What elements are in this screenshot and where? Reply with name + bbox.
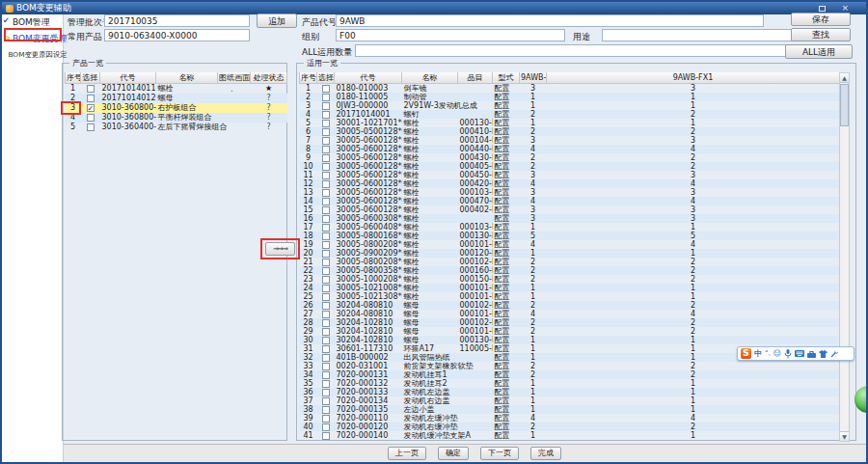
- row-checkbox[interactable]: [322, 198, 330, 205]
- row-checkbox[interactable]: [322, 259, 330, 266]
- emoji-icon[interactable]: ☺: [773, 348, 781, 359]
- product-code-input[interactable]: [336, 14, 764, 27]
- row-checkbox[interactable]: [322, 432, 330, 440]
- part-row[interactable]: 2930204-102810螺母000101-K配置22: [300, 327, 840, 336]
- toolbox-icon[interactable]: [807, 350, 816, 358]
- row-checkbox[interactable]: [322, 250, 330, 258]
- confirm-button[interactable]: 确定: [438, 447, 469, 460]
- row-checkbox[interactable]: [322, 102, 330, 110]
- part-row[interactable]: 2530005-1021308*0螺栓000101-K配置11: [300, 292, 840, 301]
- group-input[interactable]: [336, 29, 565, 41]
- part-row[interactable]: 367020-000133发动机左边盖配置11: [300, 388, 840, 396]
- product-row[interactable]: 3✓3010-360800-9001右护板组合?: [66, 103, 287, 113]
- part-row[interactable]: 3030204-102810螺母000130-K配置11: [300, 336, 840, 344]
- scroll-thumb[interactable]: [840, 84, 849, 126]
- floating-ball[interactable]: [854, 386, 868, 413]
- column-header[interactable]: 序号: [66, 72, 81, 84]
- row-checkbox[interactable]: [322, 345, 330, 353]
- row-checkbox[interactable]: [322, 120, 330, 127]
- row-checkbox[interactable]: [322, 94, 330, 101]
- product-row[interactable]: 43010-360800-9002平衡杆焊装组合?: [66, 113, 287, 123]
- part-row[interactable]: 530001-1021701*0螺栓000130-K配置11: [300, 119, 840, 127]
- part-row[interactable]: 1130005-0600128*0螺栓000450-K配置33: [300, 171, 840, 179]
- row-checkbox[interactable]: [322, 215, 330, 223]
- vertical-scrollbar[interactable]: ▲ ▼: [839, 72, 850, 442]
- product-row[interactable]: 120171014011螺栓、★: [66, 84, 287, 94]
- part-row[interactable]: 1230005-0600128*0螺栓000420-K配置44: [300, 179, 840, 188]
- part-row[interactable]: 30JW3-0000002V91W-3发动机总成配置11: [300, 101, 840, 110]
- part-row[interactable]: 2830204-102810螺母000102-K配置22: [300, 318, 840, 327]
- prev-page-button[interactable]: 上一页: [388, 447, 426, 460]
- part-row[interactable]: 1330005-0600128*0螺栓000103-K配置33: [300, 188, 840, 197]
- part-row[interactable]: 730005-0600128*0螺栓000104-K配置33: [300, 136, 840, 145]
- column-header[interactable]: 名称: [156, 72, 218, 84]
- scroll-up-arrow[interactable]: ▲: [840, 73, 849, 83]
- column-header[interactable]: 选择: [81, 72, 100, 84]
- input-mode-icon[interactable]: 中: [754, 348, 762, 359]
- part-row[interactable]: 407020-000120发动机右缓冲垫配置22: [300, 423, 840, 431]
- row-checkbox[interactable]: [322, 163, 330, 171]
- part-row[interactable]: 330020-031001前货架支架橡胶软垫配置22: [300, 362, 840, 370]
- row-checkbox[interactable]: [322, 172, 330, 179]
- save-button[interactable]: 保存: [791, 13, 851, 26]
- product-row[interactable]: 53010-360400-9000左后下摇臂焊接组合?: [66, 123, 287, 132]
- row-checkbox[interactable]: [322, 276, 330, 284]
- maximize-button[interactable]: [819, 6, 826, 12]
- column-header[interactable]: 序号: [300, 72, 317, 84]
- row-checkbox[interactable]: [322, 128, 330, 136]
- row-checkbox[interactable]: [322, 189, 330, 197]
- column-header[interactable]: 处理状态: [251, 72, 287, 84]
- part-row[interactable]: 420171014001螺钉配置22: [300, 110, 840, 119]
- row-checkbox[interactable]: [322, 111, 330, 119]
- part-row[interactable]: 377020-000134发动机右边盖配置11: [300, 396, 840, 405]
- row-checkbox[interactable]: [322, 423, 330, 431]
- row-checkbox[interactable]: [322, 206, 330, 214]
- sogou-logo[interactable]: S: [741, 348, 751, 359]
- part-row[interactable]: 417020-000140发动机缓冲垫支架A配置11: [300, 431, 840, 440]
- punctuation-icon[interactable]: °‚: [765, 348, 771, 359]
- part-row[interactable]: 1930005-0800208*0螺栓000101-K配置44: [300, 240, 840, 249]
- part-row[interactable]: 630005-0500128*0螺栓000410-K配置22: [300, 127, 840, 136]
- part-row[interactable]: 2030005-0900209*0螺栓000120-K配置11: [300, 249, 840, 258]
- part-row[interactable]: 387020-000135左边小盖配置11: [300, 405, 840, 414]
- row-checkbox[interactable]: [322, 85, 330, 93]
- row-checkbox[interactable]: [322, 415, 330, 423]
- common-product-input[interactable]: [104, 29, 250, 41]
- row-checkbox[interactable]: [322, 267, 330, 275]
- settings-wrench-icon[interactable]: [830, 350, 838, 358]
- row-checkbox[interactable]: [322, 146, 330, 153]
- row-checkbox[interactable]: [322, 371, 330, 379]
- row-checkbox[interactable]: [322, 232, 330, 240]
- all-quantity-input[interactable]: [355, 44, 833, 57]
- row-checkbox[interactable]: [322, 337, 330, 344]
- part-row[interactable]: 357020-000132发动机挂耳2配置11: [300, 379, 840, 388]
- column-header[interactable]: 9AWB-760: [520, 72, 547, 84]
- all-apply-button[interactable]: ALL适用: [785, 44, 853, 59]
- batch-number-input[interactable]: [104, 14, 250, 27]
- part-row[interactable]: 830005-0600128*0螺栓000440-K配置44: [300, 145, 840, 153]
- add-button[interactable]: 追加: [257, 14, 297, 28]
- part-row[interactable]: 20180-110005制动管配置11: [300, 93, 840, 101]
- part-row[interactable]: 2730204-080810螺母000101-K配置44: [300, 310, 840, 318]
- finish-button[interactable]: 完成: [530, 447, 561, 460]
- part-row[interactable]: 397020-000110发动机左缓冲垫配置44: [300, 414, 840, 423]
- keyboard-icon[interactable]: [795, 350, 804, 357]
- column-header[interactable]: 代号: [335, 72, 402, 84]
- row-checkbox[interactable]: [87, 114, 95, 122]
- column-header[interactable]: 9AWB-FX1: [547, 72, 840, 84]
- part-row[interactable]: 1630005-0600308*0螺栓配置33: [300, 214, 840, 223]
- row-checkbox[interactable]: [322, 302, 330, 310]
- skin-icon[interactable]: [819, 350, 827, 358]
- row-checkbox[interactable]: [87, 123, 95, 131]
- part-row[interactable]: 2330005-1000208*0螺栓000150-K配置22: [300, 275, 840, 284]
- row-checkbox[interactable]: [322, 328, 330, 336]
- column-header[interactable]: 型式: [493, 72, 520, 84]
- row-checkbox[interactable]: [322, 285, 330, 292]
- row-checkbox[interactable]: [322, 293, 330, 301]
- product-row[interactable]: 220171014012螺母?: [66, 94, 287, 103]
- row-checkbox[interactable]: [322, 397, 330, 405]
- next-page-button[interactable]: 下一页: [480, 447, 519, 460]
- close-button[interactable]: ×: [841, 4, 849, 13]
- row-checkbox[interactable]: [322, 137, 330, 145]
- part-row[interactable]: 10180-010003倒车镜配置33: [300, 84, 840, 94]
